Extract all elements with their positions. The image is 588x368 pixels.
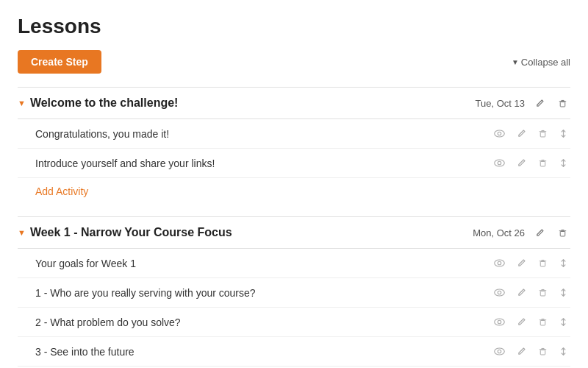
svg-rect-27 <box>540 350 545 355</box>
eye-icon <box>494 289 505 297</box>
svg-rect-15 <box>540 261 545 266</box>
svg-point-13 <box>498 261 501 265</box>
section-delete-button-2[interactable] <box>555 227 570 239</box>
pencil-icon <box>517 347 526 356</box>
pencil-icon <box>517 317 526 327</box>
activity-label-2-1: Your goals for Week 1 <box>35 258 136 269</box>
svg-rect-5 <box>540 132 545 137</box>
trash-icon <box>538 258 548 268</box>
svg-point-24 <box>495 348 505 355</box>
activity-sort-button-2-2[interactable] <box>556 286 570 299</box>
svg-point-2 <box>495 130 505 137</box>
pencil-icon <box>517 158 526 168</box>
trash-icon <box>538 158 548 168</box>
svg-point-16 <box>495 289 505 296</box>
svg-rect-1 <box>560 102 565 107</box>
pencil-icon <box>535 228 545 238</box>
activity-row-2-4: 3 - See into the future <box>18 337 570 367</box>
svg-rect-11 <box>560 231 565 236</box>
activity-row-1-2: Introduce yourself and share your links! <box>18 149 570 178</box>
sort-icon <box>559 288 567 297</box>
trash-icon <box>558 99 567 108</box>
add-activity-row-1: Add Activity <box>18 178 570 208</box>
activity-delete-button-1-2[interactable] <box>535 157 551 169</box>
activity-sort-button-1-1[interactable] <box>556 127 570 140</box>
section-group-1: ▼Welcome to the challenge!Tue, Oct 13Con… <box>18 87 570 208</box>
eye-icon <box>494 259 505 267</box>
section-date-2: Mon, Oct 26 <box>473 227 525 238</box>
activity-delete-button-2-2[interactable] <box>535 286 551 299</box>
activity-delete-button-1-1[interactable] <box>535 127 551 140</box>
section-edit-button-1[interactable] <box>532 97 548 110</box>
sections-container: ▼Welcome to the challenge!Tue, Oct 13Con… <box>18 87 570 368</box>
add-activity-button-1[interactable]: Add Activity <box>35 185 88 197</box>
activity-label-2-2: 1 - Who are you really serving with your… <box>35 287 256 299</box>
activity-view-button-1-1[interactable] <box>491 128 508 139</box>
pencil-icon <box>517 288 526 297</box>
activity-view-button-2-1[interactable] <box>491 258 508 269</box>
activity-delete-button-2-1[interactable] <box>535 257 551 269</box>
activity-row-2-2: 1 - Who are you really serving with your… <box>18 278 570 308</box>
section-header-1: ▼Welcome to the challenge!Tue, Oct 13 <box>18 88 570 119</box>
activity-sort-button-2-3[interactable] <box>556 316 570 328</box>
svg-point-6 <box>495 160 505 166</box>
eye-icon <box>494 130 505 138</box>
activity-edit-button-2-4[interactable] <box>514 345 529 358</box>
collapse-all-button[interactable]: ▼ Collapse all <box>512 57 570 68</box>
activity-edit-button-1-1[interactable] <box>514 127 529 140</box>
create-step-button[interactable]: Create Step <box>18 50 101 74</box>
activity-sort-button-2-4[interactable] <box>556 345 570 358</box>
activity-sort-button-1-2[interactable] <box>556 157 570 169</box>
activity-label-2-3: 2 - What problem do you solve? <box>35 316 181 328</box>
activity-edit-button-2-1[interactable] <box>514 257 529 269</box>
section-title-1: Welcome to the challenge! <box>30 96 179 110</box>
activity-view-button-2-2[interactable] <box>491 287 508 298</box>
pencil-icon <box>517 258 526 268</box>
section-delete-button-1[interactable] <box>555 97 570 110</box>
section-1: ▼Welcome to the challenge!Tue, Oct 13Con… <box>18 87 570 208</box>
pencil-icon <box>517 129 526 138</box>
collapse-all-arrow-icon: ▼ <box>512 58 519 66</box>
activity-label-1-1: Congratulations, you made it! <box>35 128 169 140</box>
activity-view-button-2-3[interactable] <box>491 316 508 328</box>
activity-delete-button-2-3[interactable] <box>535 316 551 328</box>
section-group-2: ▼Week 1 - Narrow Your Course FocusMon, O… <box>18 216 570 368</box>
sort-icon <box>559 317 567 327</box>
svg-point-21 <box>498 320 501 324</box>
activity-edit-button-2-2[interactable] <box>514 286 529 299</box>
activity-row-2-3: 2 - What problem do you solve? <box>18 308 570 337</box>
activity-view-button-1-2[interactable] <box>491 158 508 169</box>
svg-point-20 <box>495 319 505 325</box>
activity-edit-button-1-2[interactable] <box>514 157 529 169</box>
sort-icon <box>559 158 567 168</box>
section-title-2: Week 1 - Narrow Your Course Focus <box>30 226 232 239</box>
svg-point-7 <box>498 161 501 165</box>
svg-rect-23 <box>540 320 545 325</box>
section-chevron-1[interactable]: ▼ <box>18 99 26 107</box>
sort-icon <box>559 347 567 356</box>
activity-edit-button-2-3[interactable] <box>514 316 529 328</box>
svg-point-25 <box>498 350 501 353</box>
svg-rect-9 <box>540 161 545 166</box>
svg-point-17 <box>498 291 501 294</box>
trash-icon <box>538 288 548 297</box>
page-container: Lessons Create Step ▼ Collapse all ▼Welc… <box>0 0 588 368</box>
trash-icon <box>538 347 548 356</box>
activity-row-2-1: Your goals for Week 1 <box>18 249 570 278</box>
section-chevron-2[interactable]: ▼ <box>18 228 26 237</box>
trash-icon <box>538 317 548 327</box>
page-title: Lessons <box>18 15 570 38</box>
activity-view-button-2-4[interactable] <box>491 346 508 357</box>
activity-row-1-1: Congratulations, you made it! <box>18 119 570 149</box>
section-edit-button-2[interactable] <box>532 227 548 239</box>
svg-point-12 <box>495 260 505 266</box>
trash-icon <box>558 228 567 238</box>
eye-icon <box>494 318 505 326</box>
sort-icon <box>559 129 567 138</box>
svg-point-3 <box>498 132 501 135</box>
activity-delete-button-2-4[interactable] <box>535 345 551 358</box>
pencil-icon <box>535 99 545 108</box>
sort-icon <box>559 258 567 268</box>
activity-label-1-2: Introduce yourself and share your links! <box>35 158 215 169</box>
activity-sort-button-2-1[interactable] <box>556 257 570 269</box>
